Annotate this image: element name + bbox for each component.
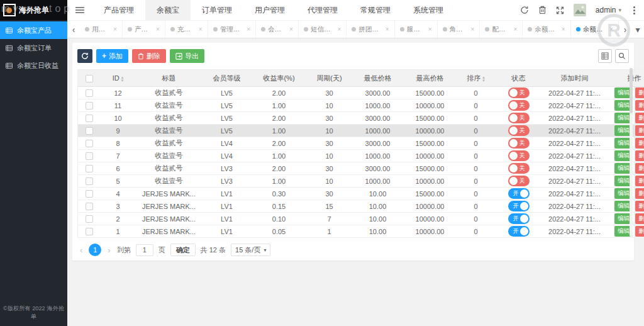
status-toggle[interactable]: 关 (508, 163, 530, 174)
goto-page-input[interactable] (136, 244, 153, 256)
sort-icon[interactable]: ▴▾ (482, 76, 485, 82)
nav-item-2[interactable]: 订单管理 (191, 0, 243, 20)
status-toggle[interactable]: 关 (508, 125, 530, 136)
search-icon[interactable] (615, 49, 629, 63)
status-toggle[interactable]: 开 (508, 188, 530, 199)
tab-5[interactable]: 短信验证码× (299, 21, 347, 38)
tab-scroll-left-icon[interactable]: ‹ (67, 21, 80, 38)
row-delete-button[interactable]: 删除 (635, 100, 644, 111)
sidebar-item-0[interactable]: 余额宝产品 (0, 21, 67, 39)
tab-7[interactable]: 服务列表× (395, 21, 438, 38)
tab-close-icon[interactable]: × (113, 26, 117, 33)
status-toggle[interactable]: 关 (508, 176, 530, 186)
refresh-table-button[interactable] (77, 49, 92, 63)
tab-close-icon[interactable]: × (562, 26, 565, 33)
row-checkbox[interactable] (86, 190, 93, 198)
tab-scroll-right-icon[interactable]: › (619, 21, 631, 38)
row-checkbox[interactable] (86, 140, 93, 147)
tab-close-icon[interactable]: × (609, 26, 613, 33)
refresh-icon[interactable] (520, 6, 529, 14)
delete-button[interactable]: 删除 (132, 49, 166, 63)
status-toggle[interactable]: 关 (508, 100, 530, 111)
tab-8[interactable]: 角色管理× (438, 21, 480, 38)
tab-0[interactable]: 用户列表× (80, 21, 123, 38)
row-delete-button[interactable]: 删除 (635, 150, 644, 161)
row-delete-button[interactable]: 删除 (635, 188, 644, 199)
tab-2[interactable]: 充值订单× (165, 21, 208, 38)
products-table: ID▴▾标题会员等级收益率(%)周期(天)最低价格最高价格排序▴▾状态添加时间操… (77, 69, 644, 238)
tab-10[interactable]: 余额宝订单× (523, 21, 570, 38)
row-delete-button[interactable]: 删除 (635, 138, 644, 149)
tab-close-icon[interactable]: × (386, 26, 389, 33)
status-toggle[interactable]: 关 (508, 113, 530, 123)
row-checkbox[interactable] (86, 228, 93, 235)
next-page-icon[interactable]: › (106, 245, 111, 255)
nav-item-5[interactable]: 常规管理 (349, 0, 402, 20)
columns-toggle-icon[interactable] (598, 49, 612, 63)
sidebar-item-2[interactable]: 余额宝日收益 (0, 57, 67, 74)
nav-item-0[interactable]: 产品管理 (92, 0, 145, 20)
row-checkbox[interactable] (86, 152, 93, 160)
row-delete-button[interactable]: 删除 (635, 125, 644, 136)
tab-close-icon[interactable]: × (337, 26, 341, 33)
tab-close-icon[interactable]: × (199, 26, 203, 33)
tab-dropdown-icon[interactable]: ▾ (631, 21, 644, 38)
user-menu[interactable]: admin ▾ (596, 6, 621, 14)
page-number-button[interactable]: 1 (89, 244, 101, 256)
status-toggle[interactable]: 关 (508, 150, 530, 161)
scrollbar-thumb[interactable] (630, 68, 633, 113)
tab-close-icon[interactable]: × (289, 26, 293, 33)
row-checkbox[interactable] (86, 127, 93, 135)
row-delete-button[interactable]: 删除 (635, 176, 644, 186)
row-checkbox[interactable] (86, 215, 93, 223)
tab-1[interactable]: 产品订单× (123, 21, 165, 38)
tab-4[interactable]: 会员等级× (256, 21, 299, 38)
tab-close-icon[interactable]: × (247, 26, 250, 33)
status-toggle[interactable]: 开 (508, 201, 530, 211)
tab-3[interactable]: 管理员管理× (208, 21, 256, 38)
nav-item-6[interactable]: 系统管理 (402, 0, 455, 20)
tab-9[interactable]: 配置管理× (480, 21, 523, 38)
row-delete-button[interactable]: 删除 (635, 226, 644, 237)
row-checkbox[interactable] (86, 115, 93, 122)
tab-close-icon[interactable]: × (156, 26, 160, 33)
row-checkbox[interactable] (86, 165, 93, 172)
sidebar-item-1[interactable]: 余额宝订单 (0, 39, 67, 57)
status-toggle[interactable]: 开 (508, 226, 530, 237)
row-checkbox[interactable] (86, 177, 93, 185)
user-avatar[interactable] (574, 4, 586, 16)
row-checkbox[interactable] (86, 89, 93, 97)
column-header-label: ID (113, 74, 119, 82)
status-toggle[interactable]: 开 (508, 213, 530, 224)
tab-close-icon[interactable]: × (513, 26, 517, 33)
row-delete-button[interactable]: 删除 (635, 213, 644, 224)
tab-close-icon[interactable]: × (471, 26, 475, 33)
status-toggle[interactable]: 关 (508, 87, 530, 98)
clear-cache-trash-icon[interactable] (538, 6, 547, 14)
nav-item-4[interactable]: 代理管理 (296, 0, 349, 20)
row-delete-button[interactable]: 删除 (635, 113, 644, 123)
menu-collapse-icon[interactable] (67, 6, 92, 14)
row-delete-button[interactable]: 删除 (635, 87, 644, 98)
row-checkbox[interactable] (86, 102, 93, 110)
tab-dot-icon (485, 27, 489, 31)
export-button[interactable]: 导出 (170, 49, 204, 63)
fullscreen-icon[interactable] (556, 6, 564, 14)
select-all-checkbox[interactable] (86, 75, 93, 82)
table-scrollbar[interactable] (630, 68, 633, 237)
prev-page-icon[interactable]: ‹ (79, 245, 84, 255)
row-delete-button[interactable]: 删除 (635, 163, 644, 174)
row-checkbox[interactable] (86, 203, 93, 210)
tab-close-icon[interactable]: × (428, 26, 432, 33)
nav-item-1[interactable]: 余额宝 (145, 0, 191, 20)
goto-confirm-button[interactable]: 确定 (170, 244, 196, 256)
row-delete-button[interactable]: 删除 (635, 201, 644, 211)
nav-item-3[interactable]: 用户管理 (243, 0, 296, 20)
status-toggle[interactable]: 关 (508, 138, 530, 149)
tab-6[interactable]: 拼团机器人× (347, 21, 394, 38)
add-button[interactable]: + 添加 (96, 49, 128, 63)
sort-icon[interactable]: ▴▾ (121, 76, 124, 82)
tab-11[interactable]: 余额宝产品× (571, 21, 619, 38)
more-vertical-icon[interactable] (631, 6, 638, 14)
per-page-select[interactable]: 15 条/页 ▾ (231, 244, 270, 256)
